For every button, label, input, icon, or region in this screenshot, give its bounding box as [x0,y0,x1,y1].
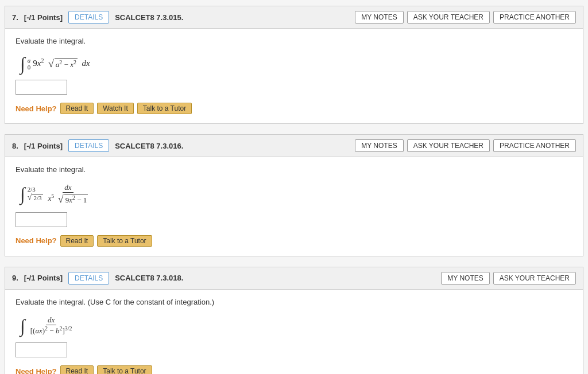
sqrt-7: √ a2 − x2 [48,58,78,70]
fraction-den-9: [(ax)2 − b2]3/2 [29,325,74,336]
problem-7-talk-to-tutor-button[interactable]: Talk to a Tutor [137,103,192,114]
fraction-8: dx x5 √ 9x2 − 1 [47,183,90,205]
problem-7-details-button[interactable]: DETAILS [68,11,109,24]
problem-9-math: ∫ dx [(ax)2 − b2]3/2 [20,315,75,336]
sqrt-symbol-lower-8: √ [28,193,32,202]
problem-7-read-it-button[interactable]: Read It [60,103,94,114]
fraction-den-8: x5 √ 9x2 − 1 [47,193,90,205]
problem-8-read-it-button[interactable]: Read It [60,235,94,247]
problem-9-need-help-label: Need Help? [16,367,57,374]
problem-8-description: Evaluate the integral. [16,165,572,174]
problem-9-description: Evaluate the integral. (Use C for the co… [16,298,572,306]
integrand-7: 9x2 √ a2 − x2 dx [33,57,90,70]
problem-8-ask-teacher-button[interactable]: ASK YOUR TEACHER [407,139,490,152]
problem-8-right-buttons: MY NOTES ASK YOUR TEACHER PRACTICE ANOTH… [355,139,576,152]
problem-9-answer-input[interactable] [16,342,67,357]
sqrt-symbol-den-8: √ [58,193,64,205]
problem-8-need-help-row: Need Help? Read It Talk to a Tutor [16,235,572,247]
problem-9-need-help-row: Need Help? Read It Talk to a Tutor [16,365,572,374]
problem-9-number: 9. [12,274,18,282]
integral-limits-7: a 0 [28,57,31,71]
problem-8-my-notes-button[interactable]: MY NOTES [355,139,403,152]
problem-9-body: Evaluate the integral. (Use C for the co… [5,290,583,374]
integral-sign-8: ∫ [20,185,25,203]
problem-9-points: [-/1 Points] [24,274,63,282]
problem-9-read-it-button[interactable]: Read It [60,365,94,374]
problem-8-body: Evaluate the integral. ∫ 2/3 √ 2/3 [5,157,583,256]
problem-9-id: SCALCET8 7.3.018. [115,274,435,282]
fraction-num-9: dx [46,315,56,325]
sqrt-symbol-7: √ [48,58,54,70]
problem-8-answer-input[interactable] [16,212,67,227]
problem-9-right-buttons: MY NOTES ASK YOUR TEACHER [441,272,576,285]
problem-7-math: ∫ a 0 9x2 √ a2 − x2 dx [20,54,90,73]
problem-8-points: [-/1 Points] [24,142,63,150]
problem-7-watch-it-button[interactable]: Watch It [97,103,134,114]
problem-7-points: [-/1 Points] [24,13,63,22]
problem-8-header: 8. [-/1 Points] DETAILS SCALCET8 7.3.016… [5,135,583,157]
problem-9-talk-to-tutor-button[interactable]: Talk to a Tutor [97,365,152,374]
problem-8-number: 8. [12,142,18,150]
problem-7-ask-teacher-button[interactable]: ASK YOUR TEACHER [407,11,490,24]
problem-7-practice-another-button[interactable]: PRACTICE ANOTHER [493,11,576,24]
problem-7-right-buttons: MY NOTES ASK YOUR TEACHER PRACTICE ANOTH… [355,11,576,24]
page-wrapper: 7. [-/1 Points] DETAILS SCALCET8 7.3.015… [0,0,588,374]
problem-7-need-help-row: Need Help? Read It Watch It Talk to a Tu… [16,103,572,114]
problem-7: 7. [-/1 Points] DETAILS SCALCET8 7.3.015… [5,6,583,124]
problem-8-details-button[interactable]: DETAILS [68,139,109,152]
problem-9-ask-teacher-button[interactable]: ASK YOUR TEACHER [493,272,576,285]
problem-9-header: 9. [-/1 Points] DETAILS SCALCET8 7.3.018… [5,267,583,290]
integral-upper-7: a [28,57,31,64]
integral-lower-8: √ 2/3 [28,193,43,202]
problem-7-number: 7. [12,13,18,22]
sqrt-lower-8: √ 2/3 [28,193,43,202]
fraction-num-8: dx [63,183,73,193]
problem-8-need-help-label: Need Help? [16,236,57,245]
sqrt-content-lower-8: 2/3 [32,194,42,201]
sqrt-den-8: √ 9x2 − 1 [58,193,88,205]
problem-7-need-help-label: Need Help? [16,104,57,113]
problem-8-id: SCALCET8 7.3.016. [115,142,349,150]
integral-sign-7: ∫ [20,54,25,73]
fraction-9: dx [(ax)2 − b2]3/2 [29,315,74,336]
integral-sign-9: ∫ [20,317,25,335]
sqrt-content-den-8: 9x2 − 1 [64,194,88,205]
problem-7-answer-input[interactable] [16,80,67,95]
problem-9-details-button[interactable]: DETAILS [68,272,109,285]
problem-8: 8. [-/1 Points] DETAILS SCALCET8 7.3.016… [5,134,583,256]
sqrt-content-7: a2 − x2 [55,59,78,69]
problem-7-description: Evaluate the integral. [16,37,572,45]
problem-7-body: Evaluate the integral. ∫ a 0 9x2 √ a2 − … [5,29,583,123]
problem-9: 9. [-/1 Points] DETAILS SCALCET8 7.3.018… [5,267,583,374]
problem-8-practice-another-button[interactable]: PRACTICE ANOTHER [493,139,576,152]
problem-8-talk-to-tutor-button[interactable]: Talk to a Tutor [97,235,152,247]
integral-limits-8: 2/3 √ 2/3 [28,186,43,202]
problem-8-math: ∫ 2/3 √ 2/3 dx x5 [20,183,91,205]
problem-7-header: 7. [-/1 Points] DETAILS SCALCET8 7.3.015… [5,6,583,29]
problem-9-my-notes-button[interactable]: MY NOTES [441,272,489,285]
integral-upper-8: 2/3 [28,186,36,193]
problem-7-id: SCALCET8 7.3.015. [115,13,349,22]
integral-lower-7: 0 [28,64,31,71]
problem-7-my-notes-button[interactable]: MY NOTES [355,11,403,24]
